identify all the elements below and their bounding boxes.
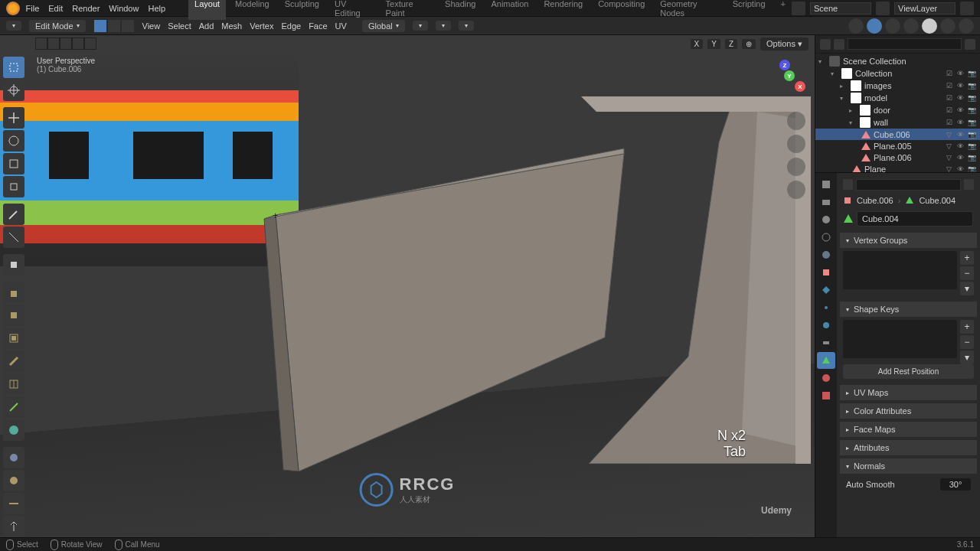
menu-edit[interactable]: Edit [48,4,63,13]
outliner-item-plane005[interactable]: Plane.005 ▽👁📷 [815,140,980,152]
orientation-dropdown[interactable]: Global [362,20,405,32]
menu-view[interactable]: View [142,21,161,31]
navigation-gizmo[interactable]: Z Y X [760,60,805,106]
outliner-item-plane006[interactable]: Plane.006 ▽👁📷 [815,152,980,163]
outliner-scene-collection[interactable]: ▾ Scene Collection [815,55,980,67]
auto-smooth-value[interactable]: 30° [940,478,971,491]
prop-tab-particles[interactable] [817,299,835,316]
prop-tab-physics[interactable] [817,317,835,334]
prop-tab-world[interactable] [817,246,835,263]
prop-tab-constraints[interactable] [817,334,835,351]
perspective-toggle-icon[interactable] [787,181,805,199]
shape-keys-header[interactable]: Shape Keys [840,302,977,317]
pan-icon[interactable] [787,135,805,153]
prop-tab-texture[interactable] [817,387,835,404]
prop-tab-viewlayer[interactable] [817,211,835,228]
sel-mode-4[interactable] [72,37,84,50]
sk-specials-button[interactable]: ▾ [960,350,974,364]
prop-tab-material[interactable] [817,370,835,386]
menu-mesh[interactable]: Mesh [221,21,242,31]
mode-dropdown[interactable]: Edit Mode [29,20,86,32]
outliner-item-collection[interactable]: ▾ Collection ☑👁📷 [815,67,980,80]
knife-tool[interactable] [3,396,24,418]
face-select-mode[interactable] [121,19,135,33]
mirror-y-toggle[interactable]: Y [707,39,720,49]
sk-add-button[interactable]: + [960,320,974,334]
outliner-item-images[interactable]: ▸ images ☑👁📷 [815,80,980,92]
menu-help[interactable]: Help [148,4,165,13]
shading-material-icon[interactable] [940,18,956,34]
sel-mode-2[interactable] [47,37,60,50]
overlay-toggle-icon[interactable] [867,18,882,34]
snap-dropdown[interactable] [436,21,451,31]
normals-header[interactable]: Normals [840,458,977,474]
uv-maps-header[interactable]: UV Maps [840,385,977,400]
shrink-tool[interactable] [3,516,24,537]
vg-remove-button[interactable]: − [960,266,974,280]
mesh-name-input[interactable] [857,211,973,227]
properties-search-input[interactable] [856,179,961,191]
move-tool[interactable] [3,107,24,129]
add-rest-position-button[interactable]: Add Rest Position [843,364,974,379]
loop-cut-tool[interactable] [3,373,24,395]
tab-rendering[interactable]: Rendering [537,0,589,20]
vg-add-button[interactable]: + [960,251,974,265]
cursor-tool[interactable] [3,80,24,101]
menu-window[interactable]: Window [109,4,139,13]
gizmo-y-axis[interactable]: Y [784,70,795,81]
add-cube-tool[interactable] [3,254,24,276]
color-attributes-header[interactable]: Color Attributes [840,403,977,419]
menu-face[interactable]: Face [309,21,327,31]
menu-file[interactable]: File [26,4,40,13]
viewlayer-icon[interactable] [876,2,890,15]
gizmo-x-axis[interactable]: X [795,81,805,92]
menu-uv[interactable]: UV [335,21,347,31]
prop-tab-modifiers[interactable] [817,282,835,298]
inset-tool[interactable] [3,328,24,349]
auto-merge-icon[interactable]: ⊕ [742,39,756,49]
outliner-item-cube006[interactable]: Cube.006 ▽👁📷 [815,129,980,140]
scale-tool[interactable] [3,153,24,174]
menu-edge[interactable]: Edge [281,21,301,31]
gizmo-z-axis[interactable]: Z [779,60,790,70]
tab-compositing[interactable]: Compositing [592,0,651,20]
zoom-icon[interactable] [787,112,805,130]
bevel-tool[interactable] [3,350,24,372]
add-workspace-button[interactable]: + [775,0,792,20]
prop-tab-mesh-data[interactable] [817,352,835,369]
options-dropdown[interactable]: Options ▾ [760,37,808,51]
scene-name-input[interactable] [810,2,871,15]
extrude-tool[interactable] [3,282,24,303]
select-box-tool[interactable] [3,57,24,78]
proportional-dropdown[interactable] [459,21,474,31]
smooth-tool[interactable] [3,470,24,491]
tab-shading[interactable]: Shading [439,0,482,20]
spin-tool[interactable] [3,447,24,468]
xray-toggle-icon[interactable] [885,18,900,34]
sel-mode-1[interactable] [35,37,47,50]
camera-view-icon[interactable] [787,158,805,176]
outliner-item-wall[interactable]: ▾ wall ☑👁📷 [815,116,980,129]
tab-modeling[interactable]: Modeling [229,0,276,20]
menu-render[interactable]: Render [72,4,100,13]
outliner-display-mode-icon[interactable] [820,39,831,50]
editor-type-dropdown[interactable] [6,21,21,31]
vertex-select-mode[interactable] [93,19,107,33]
tab-texture-paint[interactable]: Texture Paint [380,0,436,20]
vertex-groups-header[interactable]: Vertex Groups [840,233,977,248]
extrude-manifold-tool[interactable] [3,305,24,326]
mesh-edit-mode-icon[interactable] [848,18,864,34]
breadcrumb-object[interactable]: Cube.006 [857,196,893,205]
shading-rendered-icon[interactable] [959,18,974,34]
sel-mode-3[interactable] [60,37,72,50]
shape-keys-list[interactable] [843,320,957,358]
tab-scripting[interactable]: Scripting [727,0,772,20]
vg-specials-button[interactable]: ▾ [960,282,974,295]
pivot-dropdown[interactable] [413,21,428,31]
rotate-tool[interactable] [3,130,24,152]
vertex-groups-list[interactable] [843,251,957,289]
sel-mode-5[interactable] [84,37,96,50]
prop-options-icon[interactable] [843,179,853,190]
3d-viewport[interactable]: + X [0,35,815,537]
mirror-x-toggle[interactable]: X [691,39,704,49]
